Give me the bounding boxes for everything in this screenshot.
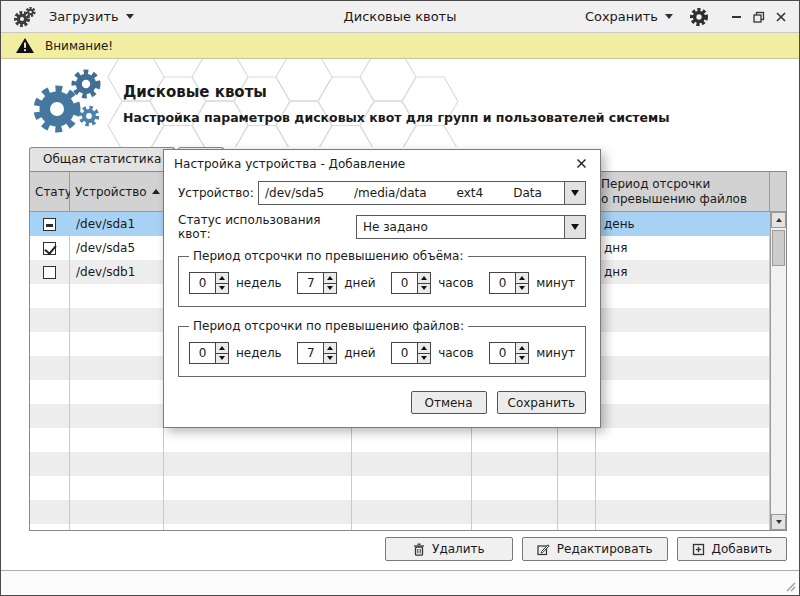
save-button[interactable]: Сохранить bbox=[497, 391, 587, 414]
spin-up-icon[interactable] bbox=[516, 273, 528, 284]
table-cell bbox=[558, 452, 596, 476]
table-cell bbox=[472, 428, 558, 452]
files-weeks-spinner[interactable]: 0 bbox=[189, 342, 229, 364]
delete-button-label: Удалить bbox=[432, 542, 485, 556]
spin-down-icon[interactable] bbox=[418, 354, 430, 364]
gears-logo-icon bbox=[25, 63, 113, 147]
device-dropdown-icon[interactable] bbox=[564, 182, 585, 204]
volume-hours-spinner[interactable]: 0 bbox=[391, 272, 431, 294]
quota-status-label: Статус использования квот: bbox=[178, 213, 356, 241]
spin-down-icon[interactable] bbox=[516, 354, 528, 364]
minutes-label: минут bbox=[536, 276, 575, 290]
spin-down-icon[interactable] bbox=[516, 284, 528, 294]
dialog-close-icon[interactable] bbox=[572, 155, 590, 173]
quota-status-combobox[interactable]: Не задано bbox=[356, 215, 586, 239]
load-menu-button[interactable]: Загрузить bbox=[49, 9, 134, 24]
hours-label: часов bbox=[438, 346, 473, 360]
checkbox-unchecked[interactable] bbox=[43, 266, 56, 279]
table-cell bbox=[30, 356, 70, 380]
files-grace-group: Период отсрочки по превышению файлов: 0 … bbox=[178, 319, 586, 377]
table-cell bbox=[558, 524, 596, 530]
spin-up-icon[interactable] bbox=[216, 273, 228, 284]
spin-down-icon[interactable] bbox=[216, 284, 228, 294]
scroll-down-icon[interactable] bbox=[771, 514, 786, 530]
table-cell-device: /dev/sda5 bbox=[70, 236, 164, 260]
table-cell-device: /dev/sdb1 bbox=[70, 260, 164, 284]
device-path: /dev/sda5 bbox=[265, 186, 324, 200]
spin-down-icon[interactable] bbox=[418, 284, 430, 294]
plus-icon bbox=[692, 543, 705, 556]
table-row-empty bbox=[30, 428, 770, 452]
table-cell bbox=[596, 428, 770, 452]
scroll-up-icon[interactable] bbox=[771, 212, 786, 228]
column-header-grace-files[interactable]: Период отсрочки о превышению файлов bbox=[596, 172, 770, 212]
settings-gear-icon[interactable] bbox=[689, 7, 709, 27]
spin-up-icon[interactable] bbox=[516, 343, 528, 354]
column-header-status[interactable]: Статус bbox=[30, 172, 70, 212]
table-row-empty bbox=[30, 500, 770, 524]
spin-down-icon[interactable] bbox=[324, 354, 336, 364]
table-cell bbox=[70, 524, 164, 530]
table-cell bbox=[70, 452, 164, 476]
spin-up-icon[interactable] bbox=[216, 343, 228, 354]
files-minutes-spinner[interactable]: 0 bbox=[489, 342, 529, 364]
volume-days-spinner[interactable]: 7 bbox=[297, 272, 337, 294]
files-grace-title: Период отсрочки по превышению файлов: bbox=[189, 319, 468, 333]
table-cell bbox=[596, 284, 770, 308]
close-icon[interactable] bbox=[775, 11, 787, 23]
table-cell-grace: дня bbox=[596, 236, 770, 260]
days-label: дней bbox=[344, 346, 375, 360]
table-cell bbox=[558, 428, 596, 452]
table-cell-grace: день bbox=[596, 212, 770, 236]
edit-button-label: Редактировать bbox=[557, 542, 653, 556]
minimize-icon[interactable] bbox=[731, 11, 743, 23]
page-subtitle: Настройка параметров дисковых квот для г… bbox=[123, 110, 670, 125]
delete-button[interactable]: Удалить bbox=[385, 537, 513, 561]
device-fs: ext4 bbox=[457, 186, 484, 200]
table-cell bbox=[596, 404, 770, 428]
table-cell bbox=[70, 308, 164, 332]
table-cell bbox=[70, 380, 164, 404]
vertical-scrollbar[interactable] bbox=[770, 212, 786, 530]
weeks-label: недель bbox=[236, 346, 282, 360]
dialog-title: Настройка устройства - Добавление bbox=[174, 157, 405, 171]
table-cell bbox=[472, 500, 558, 524]
page-header: Дисковые квоты Настройка параметров диск… bbox=[1, 59, 799, 147]
quota-status-dropdown-icon[interactable] bbox=[564, 216, 585, 238]
quota-status-value: Не задано bbox=[363, 220, 428, 234]
add-button[interactable]: Добавить bbox=[677, 537, 787, 561]
table-cell bbox=[596, 476, 770, 500]
maximize-icon[interactable] bbox=[753, 11, 765, 23]
table-cell bbox=[558, 476, 596, 500]
edit-button[interactable]: Редактировать bbox=[522, 537, 668, 561]
spin-up-icon[interactable] bbox=[324, 343, 336, 354]
scrollbar-thumb[interactable] bbox=[772, 230, 785, 266]
files-hours-spinner[interactable]: 0 bbox=[391, 342, 431, 364]
cancel-button[interactable]: Отмена bbox=[411, 391, 487, 414]
tab-general-statistics[interactable]: Общая статистика bbox=[29, 147, 175, 171]
volume-weeks-spinner[interactable]: 0 bbox=[189, 272, 229, 294]
spin-up-icon[interactable] bbox=[418, 273, 430, 284]
column-header-device[interactable]: Устройство bbox=[70, 172, 164, 212]
spin-up-icon[interactable] bbox=[418, 343, 430, 354]
volume-minutes-spinner[interactable]: 0 bbox=[489, 272, 529, 294]
spin-down-icon[interactable] bbox=[324, 284, 336, 294]
spin-down-icon[interactable] bbox=[216, 354, 228, 364]
table-cell bbox=[164, 452, 352, 476]
device-combobox[interactable]: /dev/sda5 /media/data ext4 Data bbox=[258, 181, 586, 205]
table-cell bbox=[596, 308, 770, 332]
checkbox-indeterminate[interactable] bbox=[43, 218, 56, 231]
save-menu-button[interactable]: Сохранить bbox=[585, 9, 673, 24]
files-days-spinner[interactable]: 7 bbox=[297, 342, 337, 364]
table-cell bbox=[30, 380, 70, 404]
device-volume: Data bbox=[513, 186, 542, 200]
table-cell bbox=[164, 476, 352, 500]
resize-grip[interactable] bbox=[783, 579, 796, 592]
app-window: Загрузить Дисковые квоты Сохранить bbox=[0, 0, 800, 596]
dialog-titlebar: Настройка устройства - Добавление bbox=[164, 150, 600, 177]
table-cell bbox=[70, 404, 164, 428]
spin-up-icon[interactable] bbox=[324, 273, 336, 284]
chevron-down-icon bbox=[665, 14, 673, 19]
table-cell bbox=[596, 500, 770, 524]
checkbox-checked[interactable] bbox=[43, 242, 56, 255]
